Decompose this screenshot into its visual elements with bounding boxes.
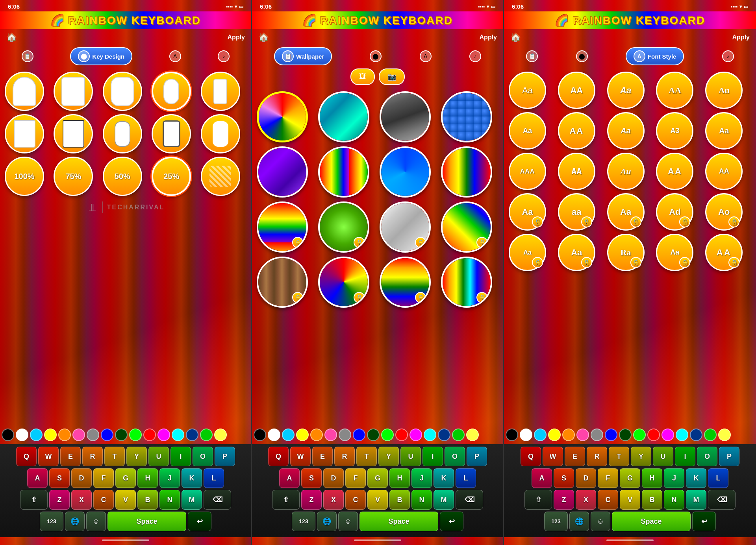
key-a-3[interactable]: A bbox=[532, 468, 552, 488]
key-w[interactable]: W bbox=[38, 447, 59, 466]
key-f[interactable]: F bbox=[93, 468, 114, 488]
color-green-3[interactable] bbox=[633, 429, 646, 441]
key-s[interactable]: S bbox=[49, 468, 70, 488]
key-c[interactable]: C bbox=[93, 490, 114, 510]
gallery-button[interactable]: 🖼 bbox=[350, 68, 375, 85]
color-yellow[interactable] bbox=[44, 429, 57, 441]
color-aqua-2[interactable] bbox=[424, 429, 436, 441]
key-p-3[interactable]: P bbox=[719, 447, 739, 466]
color-black[interactable] bbox=[2, 429, 14, 441]
tab-key-design[interactable]: ⬤ Key Design bbox=[70, 47, 132, 65]
key-style-10[interactable] bbox=[201, 114, 240, 153]
key-k-2[interactable]: K bbox=[434, 468, 454, 488]
home-icon-3[interactable]: 🏠 bbox=[510, 32, 521, 42]
key-space-3[interactable]: Space bbox=[612, 512, 691, 531]
tab-music-icon-3[interactable]: ♪ bbox=[722, 50, 734, 62]
key-f-3[interactable]: F bbox=[598, 468, 618, 488]
wallpaper-11[interactable]: 🔒 bbox=[380, 201, 431, 253]
font-3[interactable]: Aa bbox=[607, 72, 645, 109]
key-r-3[interactable]: R bbox=[587, 447, 607, 466]
color-red-3[interactable] bbox=[647, 429, 660, 441]
color-green-2[interactable] bbox=[381, 429, 394, 441]
key-w-2[interactable]: W bbox=[290, 447, 311, 466]
key-l-2[interactable]: L bbox=[456, 468, 476, 488]
key-nums-2[interactable]: 123 bbox=[292, 512, 315, 531]
opacity-pattern[interactable] bbox=[201, 157, 240, 196]
font-11[interactable]: AAA bbox=[509, 153, 546, 190]
wallpaper-13[interactable]: 🔒 bbox=[257, 257, 308, 308]
font-23[interactable]: Ra 🔒 bbox=[607, 234, 645, 271]
color-magenta-3[interactable] bbox=[662, 429, 674, 441]
wallpaper-1[interactable] bbox=[257, 91, 308, 142]
wallpaper-12[interactable]: 🔒 bbox=[441, 201, 492, 253]
key-y[interactable]: Y bbox=[126, 447, 147, 466]
key-v-2[interactable]: V bbox=[367, 490, 388, 510]
key-l-3[interactable]: L bbox=[708, 468, 728, 488]
font-25[interactable]: AA 🔒 bbox=[705, 234, 743, 271]
key-nums-1[interactable]: 123 bbox=[40, 512, 63, 531]
font-24[interactable]: Aa 🔒 bbox=[656, 234, 693, 271]
font-18[interactable]: Aa 🔒 bbox=[607, 193, 645, 231]
apply-button-3[interactable]: Apply bbox=[732, 34, 750, 41]
key-delete-3[interactable]: ⌫ bbox=[708, 490, 736, 510]
font-13[interactable]: Au bbox=[607, 153, 645, 190]
key-q-3[interactable]: Q bbox=[521, 447, 541, 466]
key-t-3[interactable]: T bbox=[609, 447, 629, 466]
key-j-3[interactable]: J bbox=[664, 468, 684, 488]
tab-copy-icon-3[interactable]: 📋 bbox=[526, 50, 538, 62]
key-h-3[interactable]: H bbox=[642, 468, 662, 488]
wallpaper-5[interactable] bbox=[257, 146, 308, 198]
key-style-8[interactable] bbox=[103, 114, 142, 153]
key-x[interactable]: X bbox=[71, 490, 92, 510]
key-a[interactable]: A bbox=[27, 468, 48, 488]
key-style-2[interactable] bbox=[54, 72, 93, 111]
wallpaper-8[interactable] bbox=[441, 146, 492, 198]
font-16[interactable]: Aa 🔒 bbox=[509, 193, 546, 231]
key-d-3[interactable]: D bbox=[576, 468, 596, 488]
font-8[interactable]: Aa bbox=[607, 112, 645, 150]
key-y-2[interactable]: Y bbox=[378, 447, 399, 466]
tab-font-icon-2[interactable]: A bbox=[420, 50, 432, 62]
key-b-3[interactable]: B bbox=[642, 490, 662, 510]
key-u-2[interactable]: U bbox=[400, 447, 421, 466]
key-g-3[interactable]: G bbox=[620, 468, 640, 488]
key-j[interactable]: J bbox=[159, 468, 180, 488]
camera-button[interactable]: 📷 bbox=[379, 68, 405, 85]
apply-button-2[interactable]: Apply bbox=[480, 34, 497, 41]
key-n-3[interactable]: N bbox=[664, 490, 684, 510]
font-5[interactable]: Au bbox=[705, 72, 743, 109]
key-u-3[interactable]: U bbox=[653, 447, 673, 466]
key-l[interactable]: L bbox=[204, 468, 224, 488]
apply-button-1[interactable]: Apply bbox=[228, 34, 245, 41]
opacity-75[interactable]: 75% bbox=[54, 157, 93, 196]
color-aqua[interactable] bbox=[172, 429, 184, 441]
opacity-50[interactable]: 50% bbox=[103, 157, 142, 196]
key-delete-2[interactable]: ⌫ bbox=[456, 490, 483, 510]
key-globe-2[interactable]: 🌐 bbox=[317, 512, 337, 531]
key-i-2[interactable]: I bbox=[422, 447, 443, 466]
font-12[interactable]: AA bbox=[558, 153, 595, 190]
key-return-1[interactable]: ↩ bbox=[188, 512, 211, 531]
color-lime-3[interactable] bbox=[704, 429, 717, 441]
key-k-3[interactable]: K bbox=[686, 468, 706, 488]
color-yellow-3[interactable] bbox=[548, 429, 561, 441]
key-o-2[interactable]: O bbox=[445, 447, 465, 466]
key-q[interactable]: Q bbox=[16, 447, 37, 466]
key-return-3[interactable]: ↩ bbox=[692, 512, 716, 531]
tab-font-icon[interactable]: A bbox=[169, 50, 181, 62]
color-blue-2[interactable] bbox=[353, 429, 365, 441]
tab-music-icon[interactable]: ♪ bbox=[218, 50, 230, 62]
home-icon-1[interactable]: 🏠 bbox=[6, 32, 17, 42]
key-x-3[interactable]: X bbox=[576, 490, 596, 510]
font-21[interactable]: Aa 🔒 bbox=[509, 234, 546, 271]
key-m[interactable]: M bbox=[182, 490, 202, 510]
font-6[interactable]: Aa bbox=[509, 112, 546, 150]
font-10[interactable]: Aa bbox=[705, 112, 743, 150]
opacity-25[interactable]: 25% bbox=[152, 157, 191, 196]
color-black-3[interactable] bbox=[506, 429, 518, 441]
key-style-3[interactable] bbox=[103, 72, 142, 111]
key-p[interactable]: P bbox=[215, 447, 235, 466]
key-w-3[interactable]: W bbox=[543, 447, 563, 466]
color-black-2[interactable] bbox=[254, 429, 266, 441]
key-e[interactable]: E bbox=[60, 447, 81, 466]
